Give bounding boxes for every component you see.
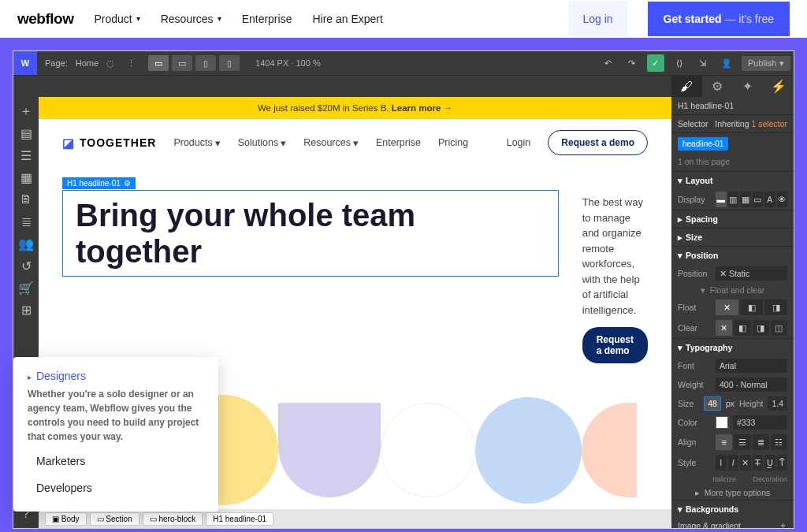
code-icon[interactable]: ⟨⟩	[671, 54, 688, 72]
crumb-hero[interactable]: ▭ hero-block	[143, 512, 203, 526]
nav-hire-expert[interactable]: Hire an Expert	[312, 13, 382, 25]
clear-right[interactable]: ◨	[753, 320, 769, 336]
dropdown-item-developers[interactable]: Developers	[28, 482, 204, 494]
style-italic[interactable]: I	[728, 455, 739, 471]
hero-cta[interactable]: Request a demo	[582, 327, 648, 363]
login-button[interactable]: Log in	[568, 2, 627, 36]
align-left[interactable]: ≡	[716, 434, 732, 450]
section-backgrounds[interactable]: ▾ Backgrounds	[671, 500, 794, 518]
status-ok-icon[interactable]: ✓	[647, 54, 664, 72]
add-bg-icon[interactable]: ＋	[779, 520, 787, 528]
banner-learn-more[interactable]: Learn more	[392, 103, 441, 113]
dropdown-item-marketers[interactable]: Marketers	[28, 455, 204, 467]
font-value[interactable]: Arial	[716, 359, 787, 373]
float-left[interactable]: ◧	[740, 299, 763, 315]
deco-overline[interactable]: T̄	[777, 455, 788, 471]
nav-resources[interactable]: Resources▾	[161, 13, 221, 25]
get-started-button[interactable]: Get started — it's free	[648, 2, 790, 36]
deco-none[interactable]: ✕	[740, 455, 751, 471]
display-inline[interactable]: A	[764, 192, 775, 207]
weight-value[interactable]: 400 - Normal	[716, 378, 787, 392]
site-nav-products[interactable]: Products ▾	[173, 137, 220, 149]
align-right[interactable]: ≣	[753, 434, 769, 450]
pages-icon[interactable]: ▤	[17, 124, 35, 143]
section-position[interactable]: ▾ Position	[671, 247, 794, 264]
section-typography[interactable]: ▾ Typography	[671, 339, 794, 356]
users-icon[interactable]: 👥	[17, 234, 35, 253]
site-nav-enterprise[interactable]: Enterprise	[376, 137, 421, 148]
color-swatch[interactable]	[716, 416, 728, 429]
site-login[interactable]: Login	[507, 137, 531, 148]
apps-icon[interactable]: ⊞	[17, 300, 35, 319]
webflow-logo[interactable]: webflow	[17, 10, 73, 28]
site-nav-resources[interactable]: Resources ▾	[303, 137, 359, 149]
float-right[interactable]: ◨	[764, 299, 787, 315]
more-type-options[interactable]: More type options	[705, 488, 770, 497]
font-size-input[interactable]: 48	[704, 396, 721, 411]
crumb-headline[interactable]: H1 headline-01	[206, 512, 273, 526]
navigator-icon[interactable]: ☰	[17, 146, 35, 165]
preview-icon[interactable]: ◌	[106, 58, 114, 69]
canvas-zoom[interactable]: 100 %	[296, 58, 320, 68]
site-nav-solutions[interactable]: Solutions ▾	[238, 137, 286, 149]
align-center[interactable]: ☰	[734, 434, 750, 450]
panel-tab-interactions[interactable]: ✦	[733, 76, 764, 97]
dropdown-item-designers[interactable]: Designers Whether you're a solo designer…	[28, 370, 204, 444]
ecommerce-icon[interactable]: ↺	[17, 256, 35, 275]
hero-subcopy[interactable]: The best way to manage and organize remo…	[582, 195, 648, 318]
site-logo[interactable]: ◪TOOGETHER	[62, 136, 156, 151]
section-spacing[interactable]: ▸ Spacing	[671, 210, 794, 228]
page-name[interactable]: Home	[76, 58, 99, 68]
export-icon[interactable]: ⇲	[694, 54, 712, 72]
display-flex[interactable]: ▥	[728, 192, 739, 207]
site-nav-pricing[interactable]: Pricing	[438, 137, 468, 148]
more-icon[interactable]: ⋮	[122, 58, 140, 69]
breakpoint-mobile-l[interactable]: ▯	[195, 55, 216, 71]
deco-underline[interactable]: U̲	[764, 455, 775, 471]
align-justify[interactable]: ☷	[771, 434, 787, 450]
display-inline-block[interactable]: ▭	[753, 192, 764, 207]
clear-left[interactable]: ◧	[734, 320, 750, 336]
clear-both[interactable]: ◫	[771, 320, 787, 336]
breakpoint-desktop[interactable]: ▭	[148, 55, 169, 71]
clear-none[interactable]: ✕	[716, 320, 732, 336]
crumb-section[interactable]: ▭ Section	[90, 512, 139, 526]
publish-button[interactable]: Publish ▾	[742, 56, 790, 71]
class-chip[interactable]: headline-01	[678, 137, 728, 151]
display-grid[interactable]: ▦	[740, 192, 751, 207]
deco-strike[interactable]: T̶	[753, 455, 764, 471]
line-height-value[interactable]: 1.4	[768, 396, 787, 411]
add-icon[interactable]: ＋	[17, 102, 35, 121]
section-layout[interactable]: ▾ Layout	[671, 172, 794, 189]
undo-icon[interactable]: ↶	[600, 54, 617, 72]
panel-tab-style[interactable]: 🖌	[671, 76, 702, 97]
selection-tag[interactable]: H1 headline-01⚙	[62, 177, 136, 189]
user-icon[interactable]: 👤	[718, 54, 735, 72]
canvas-width[interactable]: 1404 PX	[255, 58, 288, 68]
nav-enterprise[interactable]: Enterprise	[242, 13, 292, 25]
float-none[interactable]: ✕	[716, 299, 738, 315]
components-icon[interactable]: ▦	[17, 168, 35, 187]
crumb-body[interactable]: ▣ Body	[45, 512, 87, 526]
cms-icon[interactable]: ≣	[17, 212, 35, 231]
panel-tab-settings[interactable]: ⚙	[702, 76, 733, 97]
site-request-demo[interactable]: Request a demo	[548, 130, 648, 155]
float-clear-label[interactable]: Float and clear	[710, 285, 764, 295]
display-block[interactable]: ▬	[716, 192, 727, 207]
style-regular[interactable]: I	[716, 455, 727, 471]
breakpoint-mobile[interactable]: ▯	[219, 55, 240, 71]
redo-icon[interactable]: ↷	[623, 54, 641, 72]
cart-icon[interactable]: 🛒	[17, 278, 35, 297]
breakpoint-tablet[interactable]: ▭	[172, 55, 192, 71]
assets-icon[interactable]: 🗎	[17, 190, 35, 209]
gear-icon[interactable]: ⚙	[124, 179, 131, 188]
position-value[interactable]: ✕ Static	[716, 266, 787, 281]
webflow-icon[interactable]: W	[13, 51, 37, 75]
inheriting-count[interactable]: 1 selector	[751, 119, 787, 128]
section-size[interactable]: ▸ Size	[671, 229, 794, 246]
text-color-value[interactable]: #333	[733, 415, 787, 430]
panel-tab-effects[interactable]: ⚡	[763, 76, 794, 97]
nav-product[interactable]: Product▾	[94, 13, 139, 25]
hero-headline[interactable]: Bring your whole team together	[62, 190, 559, 277]
display-none[interactable]: 👁	[777, 192, 788, 207]
